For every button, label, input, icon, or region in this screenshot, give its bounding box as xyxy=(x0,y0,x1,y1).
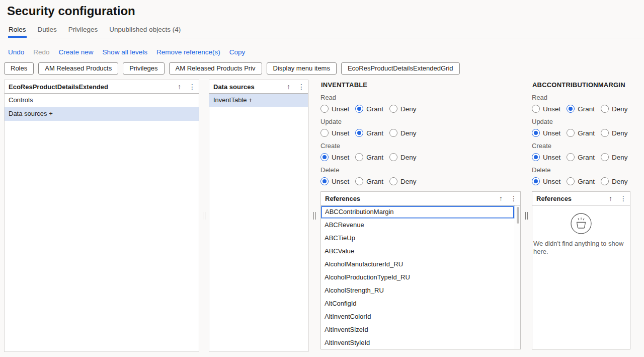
radio-button-icon xyxy=(320,105,329,113)
radio-read-grant[interactable]: Grant xyxy=(355,105,383,113)
object-tree-panel-header: EcoResProductDetailsExtended ↑ ⋮ xyxy=(5,80,199,94)
more-options-icon[interactable]: ⋮ xyxy=(298,83,305,90)
radio-create-unset[interactable]: Unset xyxy=(532,153,560,161)
more-options-icon[interactable]: ⋮ xyxy=(620,195,627,202)
radio-option-label: Unset xyxy=(543,154,560,161)
radio-update-grant[interactable]: Grant xyxy=(567,129,595,137)
reference-item-altinventstyleid[interactable]: AltInventStyleId xyxy=(321,336,520,349)
list-item-controls[interactable]: Controls xyxy=(5,94,199,107)
radio-read-unset[interactable]: Unset xyxy=(532,105,560,113)
radio-button-icon xyxy=(567,153,575,161)
reference-item-abctieup[interactable]: ABCTieUp xyxy=(321,232,520,245)
radio-button-icon xyxy=(355,105,363,113)
scrollbar-thumb[interactable] xyxy=(517,207,519,224)
reference-item-abccontributionmargin[interactable]: ABCContributionMargin xyxy=(321,205,520,219)
permission-group-label: Update xyxy=(320,118,521,125)
radio-option-label: Unset xyxy=(543,105,560,113)
radio-option-label: Deny xyxy=(612,178,628,185)
radio-button-icon xyxy=(567,105,575,113)
permission-group-delete: DeleteUnsetGrantDeny xyxy=(320,166,521,185)
action-undo[interactable]: Undo xyxy=(8,48,24,56)
radio-button-icon xyxy=(532,105,540,113)
abc-section-title: ABCCONTRIBUTIONMARGIN xyxy=(532,81,630,89)
radio-create-grant[interactable]: Grant xyxy=(567,153,595,161)
panel-splitter[interactable] xyxy=(521,80,532,352)
action-show-all-levels[interactable]: Show all levels xyxy=(103,48,147,56)
radio-option-label: Grant xyxy=(366,129,383,137)
radio-read-grant[interactable]: Grant xyxy=(567,105,595,113)
radio-update-grant[interactable]: Grant xyxy=(355,129,383,137)
radio-create-deny[interactable]: Deny xyxy=(389,153,417,161)
radio-option-label: Deny xyxy=(400,178,417,185)
breadcrumb-buttons: RolesAM Released ProductsPrivilegesAM Re… xyxy=(4,62,644,75)
radio-button-icon xyxy=(320,153,329,161)
reference-item-abcrevenue[interactable]: ABCRevenue xyxy=(321,219,520,232)
crumb-button-privileges[interactable]: Privileges xyxy=(123,62,164,75)
reference-edit-field[interactable]: ABCContributionMargin xyxy=(321,206,514,218)
radio-option-label: Deny xyxy=(612,154,628,161)
object-tree-list: ControlsData sources + xyxy=(5,94,199,121)
reference-item-alcoholproductiontypeid-ru[interactable]: AlcoholProductionTypeId_RU xyxy=(321,271,520,284)
radio-delete-unset[interactable]: Unset xyxy=(532,177,560,185)
permission-group-create: CreateUnsetGrantDeny xyxy=(320,142,521,161)
panel-splitter[interactable] xyxy=(308,80,320,352)
tab-roles[interactable]: Roles xyxy=(8,26,27,38)
radio-button-icon xyxy=(389,153,397,161)
crumb-button-ecoresproductdetailsextendedgrid[interactable]: EcoResProductDetailsExtendedGrid xyxy=(341,62,460,75)
radio-button-icon xyxy=(601,177,609,185)
reference-item-alcoholmanufacturerid-ru[interactable]: AlcoholManufacturerId_RU xyxy=(321,258,520,271)
radio-delete-deny[interactable]: Deny xyxy=(601,177,628,185)
sort-ascending-icon[interactable]: ↑ xyxy=(178,83,181,90)
vertical-scrollbar[interactable] xyxy=(515,205,520,349)
reference-item-altinventcolorid[interactable]: AltInventColorId xyxy=(321,310,520,323)
action-copy[interactable]: Copy xyxy=(229,48,246,56)
reference-item-altinventsizeid[interactable]: AltInventSizeId xyxy=(321,323,520,336)
data-sources-panel-header: Data sources ↑ ⋮ xyxy=(209,80,308,94)
action-create-new[interactable]: Create new xyxy=(59,48,94,56)
radio-update-deny[interactable]: Deny xyxy=(601,129,628,137)
radio-update-deny[interactable]: Deny xyxy=(389,129,417,137)
crumb-button-roles[interactable]: Roles xyxy=(4,62,34,75)
radio-button-icon xyxy=(389,105,397,113)
list-item-data-sources[interactable]: Data sources + xyxy=(5,107,199,121)
radio-delete-grant[interactable]: Grant xyxy=(567,177,595,185)
radio-button-icon xyxy=(567,177,575,185)
radio-update-unset[interactable]: Unset xyxy=(532,129,560,137)
reference-item-altconfigid[interactable]: AltConfigId xyxy=(321,297,520,310)
crumb-button-am-released-products-priv[interactable]: AM Released Products Priv xyxy=(169,62,262,75)
sort-ascending-icon[interactable]: ↑ xyxy=(499,195,503,202)
permission-group-label: Delete xyxy=(532,166,630,174)
tab-privileges[interactable]: Privileges xyxy=(68,26,99,38)
panel-splitter[interactable] xyxy=(199,80,209,352)
reference-item-abcvalue[interactable]: ABCValue xyxy=(321,245,520,258)
permission-group-delete: DeleteUnsetGrantDeny xyxy=(532,166,630,185)
sort-ascending-icon[interactable]: ↑ xyxy=(609,195,612,202)
more-options-icon[interactable]: ⋮ xyxy=(189,83,196,90)
reference-item-alcoholstrength-ru[interactable]: AlcoholStrength_RU xyxy=(321,284,520,297)
radio-create-deny[interactable]: Deny xyxy=(601,153,628,161)
tab-duties[interactable]: Duties xyxy=(37,26,57,38)
more-options-icon[interactable]: ⋮ xyxy=(510,195,517,202)
crumb-button-am-released-products[interactable]: AM Released Products xyxy=(38,62,118,75)
action-remove-reference-s[interactable]: Remove reference(s) xyxy=(156,48,220,56)
list-item-inventtable[interactable]: InventTable + xyxy=(209,94,308,107)
radio-create-grant[interactable]: Grant xyxy=(355,153,383,161)
radio-read-unset[interactable]: Unset xyxy=(320,105,349,113)
radio-create-unset[interactable]: Unset xyxy=(320,153,349,161)
radio-delete-grant[interactable]: Grant xyxy=(355,177,383,185)
radio-read-deny[interactable]: Deny xyxy=(601,105,628,113)
radio-button-icon xyxy=(601,129,609,137)
radio-button-icon xyxy=(320,177,329,185)
radio-read-deny[interactable]: Deny xyxy=(389,105,417,113)
references-panel-title: References xyxy=(325,195,499,202)
sort-ascending-icon[interactable]: ↑ xyxy=(287,83,290,90)
abc-references-panel: References ↑ ⋮ We didn't find any xyxy=(532,191,630,349)
radio-option-label: Deny xyxy=(612,129,628,137)
radio-update-unset[interactable]: Unset xyxy=(320,129,349,137)
radio-delete-deny[interactable]: Deny xyxy=(389,177,417,185)
crumb-button-display-menu-items[interactable]: Display menu items xyxy=(267,62,337,75)
radio-delete-unset[interactable]: Unset xyxy=(320,177,349,185)
tab-unpublished-objects-4[interactable]: Unpublished objects (4) xyxy=(109,26,181,38)
action-bar: UndoRedoCreate newShow all levelsRemove … xyxy=(8,48,644,56)
radio-button-icon xyxy=(355,153,363,161)
